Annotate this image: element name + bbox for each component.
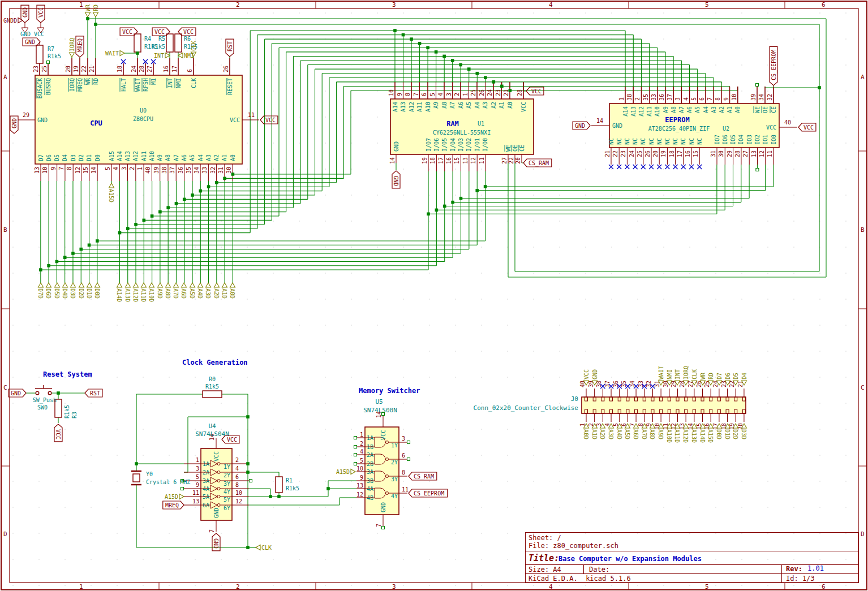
svg-text:WR: WR <box>85 4 91 11</box>
svg-text:23: 23 <box>33 66 39 72</box>
svg-text:RST: RST <box>90 390 100 396</box>
svg-text:13: 13 <box>462 157 469 164</box>
svg-text:35: 35 <box>186 167 192 174</box>
svg-text:I/O1: I/O1 <box>474 138 480 152</box>
svg-text:NMI: NMI <box>667 369 673 379</box>
svg-text:D7: D7 <box>38 154 44 161</box>
svg-text:IO4: IO4 <box>738 135 744 145</box>
svg-text:A11D: A11D <box>674 429 680 443</box>
component-U0[interactable]: 23BUSACK25BUSRQ20IORQ19MREQ22WR21RD18HAL… <box>18 58 259 181</box>
svg-text:GND: GND <box>393 141 399 152</box>
svg-text:1Y: 1Y <box>224 464 230 470</box>
svg-text:VCC: VCC <box>230 117 240 123</box>
svg-text:26: 26 <box>223 66 229 72</box>
svg-text:13: 13 <box>192 498 199 504</box>
svg-text:I/O0: I/O0 <box>482 138 488 152</box>
svg-text:I/O7: I/O7 <box>426 138 432 152</box>
svg-text:3: 3 <box>674 97 681 101</box>
svg-text:A4: A4 <box>703 106 709 113</box>
svg-text:A0D: A0D <box>229 288 235 299</box>
svg-text:5Y: 5Y <box>224 497 230 503</box>
net-label-CS_EEPROM[interactable]: CS_EEPROM <box>770 46 777 85</box>
svg-text:19: 19 <box>660 150 667 157</box>
svg-text:D6: D6 <box>725 373 731 379</box>
svg-text:GND: GND <box>11 390 21 396</box>
schematic-canvas[interactable]: 23BUSACK25BUSRQ20IORQ19MREQ22WR21RD18HAL… <box>0 0 868 591</box>
svg-text:4Y: 4Y <box>224 489 230 495</box>
svg-text:19: 19 <box>422 157 428 164</box>
svg-text:21: 21 <box>503 89 509 96</box>
svg-text:RD: RD <box>93 5 99 11</box>
svg-text:26: 26 <box>479 89 485 96</box>
svg-text:IO5: IO5 <box>730 135 736 145</box>
tb-title: Base Computer w/o Expansion Modules <box>558 555 702 563</box>
svg-text:CE: CE <box>519 145 525 152</box>
svg-text:A15D: A15D <box>336 469 350 475</box>
svg-text:VCC: VCC <box>213 451 220 461</box>
svg-text:33: 33 <box>201 167 208 174</box>
svg-text:20: 20 <box>652 150 659 157</box>
svg-text:34: 34 <box>758 94 764 101</box>
svg-text:31: 31 <box>654 381 660 387</box>
svg-text:D4: D4 <box>741 373 747 379</box>
svg-text:6: 6 <box>699 97 705 101</box>
svg-text:A5D: A5D <box>189 288 195 299</box>
svg-text:U0: U0 <box>140 107 147 114</box>
svg-text:18: 18 <box>669 150 675 157</box>
svg-text:R7: R7 <box>48 46 54 52</box>
svg-text:37: 37 <box>604 381 611 387</box>
frame-col-5: 5 <box>705 583 709 590</box>
svg-text:GND: GND <box>213 508 220 518</box>
svg-text:23: 23 <box>620 150 626 157</box>
svg-text:IORQ: IORQ <box>69 78 75 92</box>
svg-text:A2: A2 <box>491 102 497 109</box>
net-label-CS_EEPROM[interactable]: CS_EEPROM <box>409 489 448 497</box>
svg-text:32: 32 <box>767 94 773 101</box>
svg-text:A7D: A7D <box>641 429 647 439</box>
svg-text:D3D: D3D <box>741 429 747 439</box>
svg-text:M1: M1 <box>151 78 157 85</box>
svg-text:6: 6 <box>402 452 405 459</box>
svg-text:A11: A11 <box>416 102 423 112</box>
svg-text:R5: R5 <box>158 36 165 42</box>
svg-text:AT28C256_40PIN_ZIF: AT28C256_40PIN_ZIF <box>648 126 710 132</box>
tb-sheet: Sheet: / <box>528 534 561 542</box>
svg-text:38: 38 <box>626 94 633 101</box>
svg-text:NC: NC <box>672 138 678 145</box>
svg-text:A14D: A14D <box>116 288 122 302</box>
component-U2[interactable]: 1A1438A132A1235A1133A1036A937A83A74A65A5… <box>591 87 797 165</box>
svg-text:A10: A10 <box>654 106 660 117</box>
svg-text:39: 39 <box>750 94 757 101</box>
svg-text:A5: A5 <box>694 106 701 113</box>
svg-text:24: 24 <box>131 66 137 72</box>
svg-text:R6: R6 <box>184 36 191 42</box>
svg-text:CPU: CPU <box>90 119 102 127</box>
frame-col-2: 2 <box>236 1 240 8</box>
svg-text:CLK: CLK <box>191 41 197 51</box>
svg-text:8: 8 <box>715 97 721 101</box>
svg-text:7: 7 <box>376 524 382 527</box>
note-memory-switcher: Memory Switcher <box>359 387 420 395</box>
svg-text:A7: A7 <box>173 154 179 161</box>
svg-text:WAIT: WAIT <box>658 366 664 379</box>
svg-text:13: 13 <box>356 482 363 489</box>
svg-text:4: 4 <box>437 93 444 96</box>
svg-text:11: 11 <box>248 112 255 118</box>
svg-text:VCC: VCC <box>154 29 165 35</box>
svg-text:A3D: A3D <box>608 429 614 439</box>
svg-text:MREQ: MREQ <box>77 38 83 52</box>
svg-text:A0D: A0D <box>583 429 589 439</box>
svg-text:IORQ: IORQ <box>683 366 689 379</box>
svg-text:17: 17 <box>677 150 683 157</box>
svg-text:VCC: VCC <box>521 102 527 112</box>
tb-vendor: KiCad E.D.A. kicad 5.1.6 <box>528 575 631 583</box>
svg-text:IO1: IO1 <box>762 135 768 145</box>
svg-text:29: 29 <box>727 150 733 157</box>
svg-text:A13: A13 <box>400 102 406 112</box>
title-block: Sheet: / File: z80_computer.sch Title: B… <box>525 532 859 583</box>
svg-text:22: 22 <box>612 150 618 157</box>
svg-text:A14D: A14D <box>699 429 706 443</box>
svg-text:5: 5 <box>196 474 199 480</box>
svg-text:I/O3: I/O3 <box>458 138 464 152</box>
svg-text:10: 10 <box>356 465 363 472</box>
